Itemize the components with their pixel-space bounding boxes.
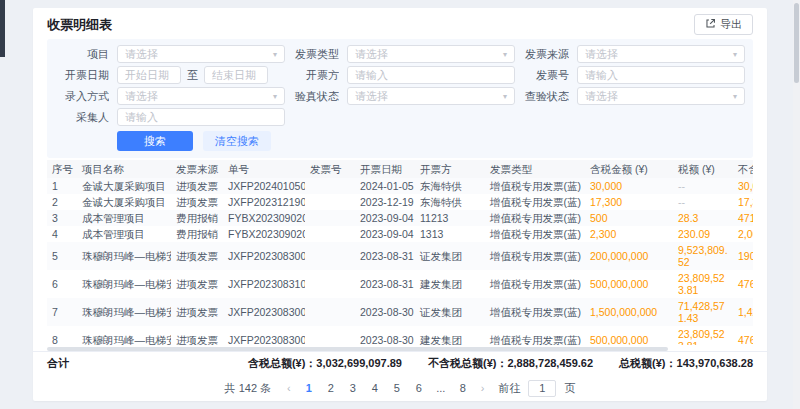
vertical-scrollbar-thumb[interactable] bbox=[794, 3, 799, 83]
cell-issuer: 东海特供 bbox=[415, 194, 485, 210]
cell-date: 2023-09-04 bbox=[355, 210, 415, 226]
cell-invoice-no bbox=[305, 298, 355, 326]
issuer-input[interactable] bbox=[355, 69, 507, 81]
table-row[interactable]: 1金诚大厦采购项目进项发票JXFP202401050012024-01-05东海… bbox=[47, 178, 753, 194]
goto-unit: 页 bbox=[564, 381, 575, 396]
chevron-down-icon: ▾ bbox=[733, 50, 737, 59]
chevron-down-icon: ▾ bbox=[273, 50, 277, 59]
cell-no: 3 bbox=[47, 210, 77, 226]
goto-label: 前往 bbox=[498, 381, 520, 396]
cell-project: 珠穆朗玛峰—电梯安装 bbox=[77, 270, 171, 298]
cell-date: 2023-09-04 bbox=[355, 226, 415, 242]
cell-invoice-no bbox=[305, 326, 355, 345]
page-button-4[interactable]: 4 bbox=[365, 379, 385, 397]
table-row[interactable]: 8珠穆朗玛峰—电梯安装进项发票JXFP202308300032023-08-30… bbox=[47, 326, 753, 345]
filter-field-invoice-source: 发票来源 请选择 ▾ bbox=[515, 45, 745, 63]
table-row[interactable]: 7珠穆朗玛峰—电梯安装进项发票JXFP202308300012023-08-30… bbox=[47, 298, 753, 326]
goto-page-input[interactable] bbox=[528, 380, 556, 397]
collector-input-wrap bbox=[117, 108, 285, 126]
invoice-no-input[interactable] bbox=[585, 69, 737, 81]
collector-input[interactable] bbox=[125, 111, 277, 123]
cell-source: 进项发票 bbox=[171, 326, 223, 345]
cell-issuer: 东海特供 bbox=[415, 178, 485, 194]
invoice-source-select[interactable]: 请选择 ▾ bbox=[577, 45, 745, 63]
export-label: 导出 bbox=[720, 17, 742, 32]
filter-field-check-status: 查验状态 请选择 ▾ bbox=[515, 87, 745, 105]
cell-order-no: FYBX20230902005 bbox=[223, 226, 305, 242]
cell-source: 费用报销 bbox=[171, 226, 223, 242]
cell-no: 7 bbox=[47, 298, 77, 326]
prev-page-button[interactable]: ‹ bbox=[283, 382, 295, 394]
cell-type: 增值税专用发票(蓝) bbox=[485, 326, 585, 345]
page-button-3[interactable]: 3 bbox=[343, 379, 363, 397]
cell-no: 6 bbox=[47, 270, 77, 298]
project-label: 项目 bbox=[55, 47, 109, 62]
table-row[interactable]: 3成本管理项目费用报销FYBX202309020032023-09-041121… bbox=[47, 210, 753, 226]
horizontal-scrollbar-thumb[interactable] bbox=[47, 347, 668, 351]
chevron-down-icon: ▾ bbox=[503, 50, 507, 59]
verify-status-select[interactable]: 请选择 ▾ bbox=[347, 87, 515, 105]
search-button[interactable]: 搜索 bbox=[117, 131, 193, 151]
end-date-input[interactable] bbox=[212, 69, 260, 81]
invoice-table: 序号项目名称发票来源单号发票号开票日期开票方发票类型含税金额 (¥)税额 (¥)… bbox=[47, 160, 753, 345]
table-row[interactable]: 2金诚大厦采购项目进项发票JXFP202312190022023-12-19东海… bbox=[47, 194, 753, 210]
cell-issuer: 建发集团 bbox=[415, 326, 485, 345]
invoice-type-label: 发票类型 bbox=[285, 47, 339, 62]
table-row[interactable]: 6珠穆朗玛峰—电梯安装进项发票JXFP202308310012023-08-31… bbox=[47, 270, 753, 298]
cell-source: 进项发票 bbox=[171, 298, 223, 326]
cell-tax: 71,428,571.43 bbox=[673, 298, 733, 326]
cell-project: 金诚大厦采购项目 bbox=[77, 178, 171, 194]
cell-order-no: JXFP20231219002 bbox=[223, 194, 305, 210]
column-header-issuer: 开票方 bbox=[415, 160, 485, 178]
cell-issuer: 建发集团 bbox=[415, 270, 485, 298]
filter-actions: 搜索 清空搜索 bbox=[55, 131, 745, 151]
cell-no: 2 bbox=[47, 194, 77, 210]
filter-field-entry-method: 录入方式 请选择 ▾ bbox=[55, 87, 285, 105]
table-row[interactable]: 4成本管理项目费用报销FYBX202309020052023-09-041313… bbox=[47, 226, 753, 242]
page-button-1[interactable]: 1 bbox=[299, 379, 319, 397]
cell-no: 4 bbox=[47, 226, 77, 242]
cell-net: 476,190,476.19 bbox=[733, 270, 753, 298]
chevron-down-icon: ▾ bbox=[503, 92, 507, 101]
cell-tax: -- bbox=[673, 194, 733, 210]
cell-invoice-no bbox=[305, 270, 355, 298]
filter-field-project: 项目 请选择 ▾ bbox=[55, 45, 285, 63]
cell-order-no: FYBX20230902003 bbox=[223, 210, 305, 226]
collector-label: 采集人 bbox=[55, 110, 109, 125]
cell-source: 进项发票 bbox=[171, 270, 223, 298]
page-title: 收票明细表 bbox=[47, 16, 112, 34]
entry-method-label: 录入方式 bbox=[55, 89, 109, 104]
next-page-button[interactable]: › bbox=[477, 382, 489, 394]
vertical-scrollbar[interactable] bbox=[793, 0, 800, 409]
page-button-6[interactable]: 6 bbox=[409, 379, 429, 397]
page-button-8[interactable]: 8 bbox=[453, 379, 473, 397]
summary-row: 合计 含税总额(¥)：3,032,699,097.89 不含税总额(¥)：2,8… bbox=[33, 351, 767, 375]
filter-field-issuer: 开票方 bbox=[285, 66, 515, 84]
clear-search-button[interactable]: 清空搜索 bbox=[203, 131, 271, 151]
cell-project: 成本管理项目 bbox=[77, 210, 171, 226]
cell-order-no: JXFP20230830002 bbox=[223, 242, 305, 270]
cell-order-no: JXFP20230831001 bbox=[223, 270, 305, 298]
total-with-tax: 含税总额(¥)：3,032,699,097.89 bbox=[248, 356, 402, 371]
start-date-input[interactable] bbox=[125, 69, 173, 81]
export-button[interactable]: 导出 bbox=[694, 14, 753, 35]
invoice-date-label: 开票日期 bbox=[55, 68, 109, 83]
table-row[interactable]: 5珠穆朗玛峰—电梯安装进项发票JXFP202308300022023-08-31… bbox=[47, 242, 753, 270]
cell-project: 金诚大厦采购项目 bbox=[77, 194, 171, 210]
filter-panel: 项目 请选择 ▾ 发票类型 请选择 ▾ 发票来源 请选择 ▾ bbox=[47, 39, 753, 158]
entry-method-select[interactable]: 请选择 ▾ bbox=[117, 87, 285, 105]
page-button-2[interactable]: 2 bbox=[321, 379, 341, 397]
project-select[interactable]: 请选择 ▾ bbox=[117, 45, 285, 63]
column-header-tax: 税额 (¥) bbox=[673, 160, 733, 178]
invoice-no-input-wrap bbox=[577, 66, 745, 84]
sidebar-edge bbox=[0, 0, 5, 57]
cell-no: 8 bbox=[47, 326, 77, 345]
filter-field-verify-status: 验真状态 请选择 ▾ bbox=[285, 87, 515, 105]
page-button-5[interactable]: 5 bbox=[387, 379, 407, 397]
cell-order-no: JXFP20230830003 bbox=[223, 326, 305, 345]
invoice-type-select[interactable]: 请选择 ▾ bbox=[347, 45, 515, 63]
check-status-select[interactable]: 请选择 ▾ bbox=[577, 87, 745, 105]
invoice-table-body: 1金诚大厦采购项目进项发票JXFP202401050012024-01-05东海… bbox=[47, 178, 753, 345]
cell-amount: 2,300 bbox=[585, 226, 673, 242]
horizontal-scrollbar[interactable] bbox=[47, 347, 753, 351]
